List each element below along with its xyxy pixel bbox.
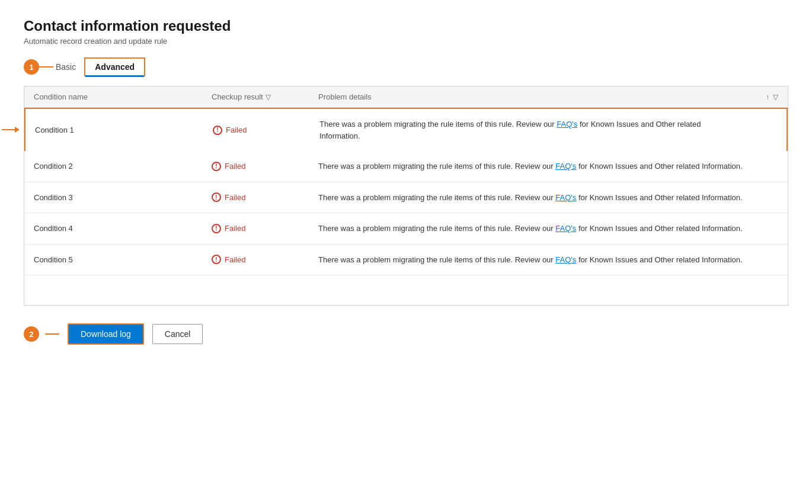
- condition-3-status: ! Failed: [212, 192, 318, 202]
- condition-5-status: ! Failed: [212, 255, 318, 264]
- failed-icon: !: [212, 192, 221, 202]
- table-row: Condition 1 ! Failed There was a problem…: [24, 108, 788, 151]
- condition-3-name: Condition 3: [34, 193, 212, 202]
- page-subtitle: Automatic record creation and update rul…: [24, 37, 788, 46]
- condition-4-name: Condition 4: [34, 224, 212, 233]
- failed-icon: !: [212, 255, 221, 264]
- footer: 2 Download log Cancel: [24, 323, 788, 345]
- condition-4-problem: There was a problem migrating the rule i…: [318, 223, 743, 235]
- annotation-1: 1: [24, 59, 53, 75]
- condition-1-name: Condition 1: [35, 126, 213, 134]
- tab-advanced[interactable]: Advanced: [84, 57, 145, 76]
- faq-link-4[interactable]: FAQ's: [555, 224, 576, 233]
- cancel-button[interactable]: Cancel: [152, 324, 203, 344]
- condition-1-problem: There was a problem migrating the rule i…: [319, 118, 741, 142]
- faq-link-2[interactable]: FAQ's: [555, 162, 576, 171]
- download-log-button[interactable]: Download log: [68, 323, 144, 345]
- table-row: Condition 2 ! Failed There was a problem…: [24, 151, 788, 182]
- filter-icon-checkup[interactable]: ▽: [266, 93, 271, 101]
- annotation-badge-1: 1: [24, 59, 39, 75]
- col-problem-details: Problem details: [318, 92, 743, 101]
- condition-2-status: ! Failed: [212, 162, 318, 171]
- col-condition-name: Condition name: [34, 92, 212, 101]
- table-row: Condition 3 ! Failed There was a problem…: [24, 182, 788, 214]
- condition-5-problem: There was a problem migrating the rule i…: [318, 254, 743, 266]
- faq-link-5[interactable]: FAQ's: [555, 255, 576, 264]
- conditions-table: Condition name Checkup result ▽ Problem …: [24, 86, 788, 306]
- condition-2-name: Condition 2: [34, 162, 212, 171]
- condition-2-problem: There was a problem migrating the rule i…: [318, 160, 743, 172]
- sort-icon[interactable]: ↑: [766, 93, 769, 101]
- annotation-arrow-2: [45, 333, 59, 335]
- failed-icon: !: [212, 224, 221, 233]
- faq-link-3[interactable]: FAQ's: [555, 193, 576, 202]
- filter-icon-main[interactable]: ▽: [773, 93, 778, 101]
- failed-icon: !: [212, 162, 221, 171]
- condition-3-problem: There was a problem migrating the rule i…: [318, 192, 743, 204]
- table-row: Condition 4 ! Failed There was a problem…: [24, 213, 788, 245]
- tabs-container: 1 Basic Advanced: [24, 57, 788, 76]
- condition-5-name: Condition 5: [34, 255, 212, 264]
- page-title: Contact information requested: [24, 18, 788, 34]
- col-checkup-result: Checkup result ▽: [212, 92, 318, 101]
- faq-link-1[interactable]: FAQ's: [557, 120, 577, 129]
- annotation-arrow-1: [39, 66, 53, 68]
- condition-1-status: ! Failed: [213, 126, 319, 135]
- table-empty-space: [24, 275, 788, 305]
- condition-4-status: ! Failed: [212, 224, 318, 233]
- failed-icon: !: [213, 126, 222, 135]
- table-header: Condition name Checkup result ▽ Problem …: [24, 86, 788, 108]
- annotation-2-wrapper: 2: [24, 326, 59, 342]
- col-sort-filter: ↑ ▽: [743, 92, 778, 101]
- row-1-wrapper: Condition 1 ! Failed There was a problem…: [24, 108, 788, 151]
- annotation-badge-2: 2: [24, 326, 39, 342]
- row-1-annotation: [2, 127, 20, 133]
- table-row: Condition 5 ! Failed There was a problem…: [24, 245, 788, 276]
